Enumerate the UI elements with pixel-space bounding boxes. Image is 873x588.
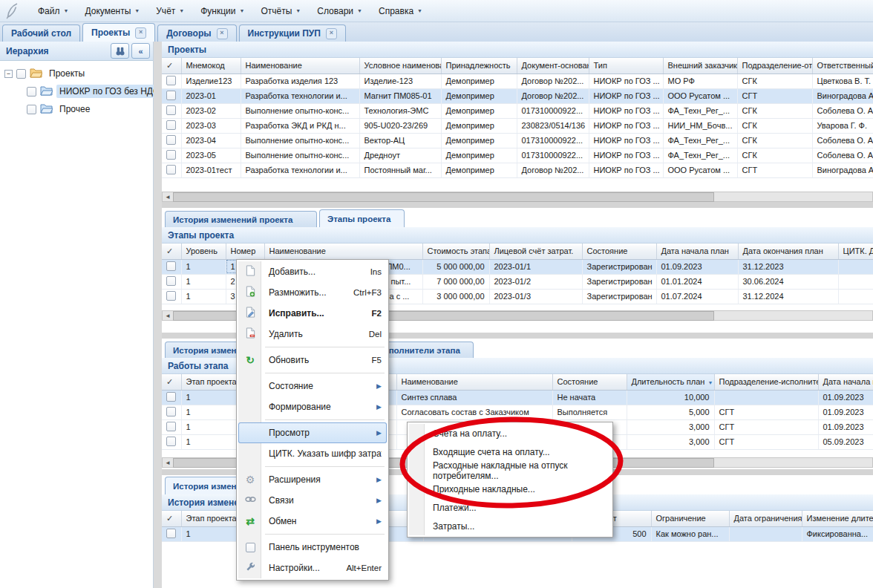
column-header[interactable]: Дата окончания план bbox=[738, 244, 838, 259]
close-tab-icon[interactable]: × bbox=[135, 27, 146, 39]
tree-checkbox[interactable] bbox=[27, 105, 36, 114]
table-row[interactable]: 2023-02Выполнение опытно-конс...Технолог… bbox=[162, 103, 873, 118]
tree-node-label[interactable]: Прочее bbox=[56, 102, 93, 116]
menu-item[interactable]: Связи▶ bbox=[238, 490, 387, 511]
row-checkbox[interactable] bbox=[166, 529, 176, 538]
tree-checkbox[interactable] bbox=[16, 69, 26, 79]
column-header[interactable]: Ответственный bbox=[812, 58, 873, 74]
menubar-item-Файл[interactable]: Файл▼ bbox=[30, 3, 76, 19]
column-header[interactable]: Номер bbox=[226, 244, 264, 259]
select-all-header[interactable]: ✓ bbox=[162, 374, 181, 390]
menubar-item-Словари[interactable]: Словари▼ bbox=[309, 3, 370, 19]
close-tab-icon[interactable]: × bbox=[326, 28, 337, 39]
select-all-header[interactable]: ✓ bbox=[162, 58, 181, 74]
table-row[interactable]: Изделие123Разработка изделия 123Изделие-… bbox=[162, 74, 873, 88]
column-header[interactable]: Стоимость этапа bbox=[422, 244, 489, 259]
row-checkbox[interactable] bbox=[166, 291, 176, 301]
main-tab[interactable]: Инструкции ПУП× bbox=[239, 24, 346, 42]
submenu-item[interactable]: Счета на оплату... bbox=[409, 424, 611, 442]
row-checkbox[interactable] bbox=[166, 91, 176, 100]
row-select-cell[interactable] bbox=[162, 103, 181, 118]
column-header[interactable]: Подразделение-от bbox=[737, 58, 812, 74]
table-row[interactable]: 2023-05Выполнение опытно-конс...Дредноут… bbox=[162, 148, 873, 163]
menu-item[interactable]: Формирование▶ bbox=[238, 396, 387, 417]
menu-item[interactable]: Состояние▶ bbox=[238, 376, 387, 396]
menu-item[interactable]: УдалитьDel bbox=[238, 324, 387, 344]
horizontal-splitter[interactable] bbox=[162, 202, 873, 208]
column-header[interactable]: ЦИТК. Д bbox=[838, 244, 873, 259]
row-select-cell[interactable] bbox=[162, 405, 181, 419]
submenu-item[interactable]: Платежи... bbox=[409, 498, 611, 517]
row-checkbox[interactable] bbox=[166, 422, 176, 431]
column-header[interactable]: Ограничение bbox=[651, 511, 729, 526]
row-checkbox[interactable] bbox=[166, 392, 176, 402]
column-header[interactable]: Наименование bbox=[241, 58, 359, 74]
row-checkbox[interactable] bbox=[166, 437, 176, 446]
row-select-cell[interactable] bbox=[162, 274, 181, 289]
tree-checkbox[interactable] bbox=[27, 87, 36, 97]
select-all-header[interactable]: ✓ bbox=[162, 511, 181, 526]
main-tab[interactable]: Проекты× bbox=[82, 23, 155, 42]
detail-tab[interactable]: Этапы проекта bbox=[319, 209, 405, 227]
tree-node-label[interactable]: Проекты bbox=[46, 67, 88, 80]
detail-tab[interactable]: История изменений проекта bbox=[165, 211, 317, 227]
column-header[interactable]: Этап проекта bbox=[181, 511, 239, 526]
menu-item[interactable]: Добавить...Ins bbox=[238, 261, 387, 282]
menu-item[interactable]: Размножить...Ctrl+F3 bbox=[238, 282, 387, 303]
row-checkbox[interactable] bbox=[166, 76, 176, 85]
column-header[interactable]: Дата начала план bbox=[656, 244, 738, 259]
column-header[interactable]: Дата начала план bbox=[818, 374, 873, 390]
column-header[interactable]: Состояние bbox=[582, 244, 656, 259]
column-header[interactable]: Принадлежность bbox=[441, 58, 517, 74]
menu-item[interactable]: Настройки...Alt+Enter bbox=[238, 558, 387, 578]
row-checkbox[interactable] bbox=[166, 407, 176, 416]
row-select-cell[interactable] bbox=[162, 390, 181, 405]
tree-node[interactable]: Прочее bbox=[0, 100, 153, 118]
row-checkbox[interactable] bbox=[166, 150, 176, 160]
column-header[interactable]: Внешний заказчик bbox=[663, 58, 737, 74]
row-checkbox[interactable] bbox=[166, 135, 176, 145]
row-checkbox[interactable] bbox=[166, 276, 176, 286]
menu-item[interactable]: Исправить...F2 bbox=[238, 303, 387, 324]
row-checkbox[interactable] bbox=[166, 165, 176, 174]
row-checkbox[interactable] bbox=[166, 261, 176, 271]
menu-item[interactable]: ↻ОбновитьF5 bbox=[238, 350, 387, 370]
menu-item[interactable]: ЦИТК. Указать шифр затрат... bbox=[238, 443, 387, 464]
row-select-cell[interactable] bbox=[162, 148, 181, 163]
column-header[interactable]: Наименование bbox=[396, 374, 552, 390]
menubar-item-Документы[interactable]: Документы▼ bbox=[76, 3, 148, 19]
row-select-cell[interactable] bbox=[162, 289, 181, 304]
main-tab[interactable]: Рабочий стол bbox=[2, 24, 80, 42]
column-header[interactable]: Этап проекта bbox=[181, 374, 239, 390]
tree-node-label[interactable]: НИОКР по ГОЗ без НДС bbox=[56, 85, 163, 98]
submenu-item[interactable]: Входящие счета на оплату... bbox=[409, 442, 611, 461]
row-select-cell[interactable] bbox=[162, 88, 181, 103]
expand-icon[interactable]: − bbox=[4, 70, 13, 78]
row-select-cell[interactable] bbox=[162, 434, 181, 449]
submenu-item[interactable]: Приходные накладные... bbox=[409, 480, 611, 498]
row-checkbox[interactable] bbox=[166, 105, 176, 115]
column-header[interactable]: Дата ограничения bbox=[729, 511, 802, 526]
menu-item[interactable]: Просмотр▶ bbox=[238, 422, 387, 443]
scroll-left-icon[interactable]: ◄ bbox=[163, 313, 173, 319]
submenu-item[interactable]: Затраты... bbox=[409, 517, 611, 535]
close-tab-icon[interactable]: × bbox=[217, 28, 228, 39]
select-all-header[interactable]: ✓ bbox=[162, 244, 181, 259]
row-checkbox[interactable] bbox=[166, 120, 176, 130]
menubar-item-Отчёты[interactable]: Отчёты▼ bbox=[252, 3, 309, 19]
table-row[interactable]: 2023-01Разработка технологии и...Магнит … bbox=[162, 88, 873, 103]
column-header[interactable]: Состояние bbox=[552, 374, 627, 390]
menubar-item-Функции[interactable]: Функции▼ bbox=[192, 3, 252, 19]
row-select-cell[interactable] bbox=[162, 118, 181, 133]
row-select-cell[interactable] bbox=[162, 419, 181, 434]
tree-node[interactable]: −Проекты bbox=[0, 65, 153, 82]
row-select-cell[interactable] bbox=[162, 259, 181, 274]
column-header[interactable]: Документ-основан bbox=[517, 58, 589, 74]
search-button[interactable] bbox=[111, 43, 129, 59]
menubar-item-Учёт[interactable]: Учёт▼ bbox=[148, 3, 192, 19]
row-select-cell[interactable] bbox=[162, 74, 181, 88]
menu-item[interactable]: ⚙Расширения▶ bbox=[238, 469, 387, 490]
column-header[interactable]: Наименование bbox=[264, 244, 422, 259]
submenu-item[interactable]: Расходные накладные на отпуск потребител… bbox=[409, 461, 611, 480]
column-header[interactable]: Условное наименова bbox=[359, 58, 441, 74]
